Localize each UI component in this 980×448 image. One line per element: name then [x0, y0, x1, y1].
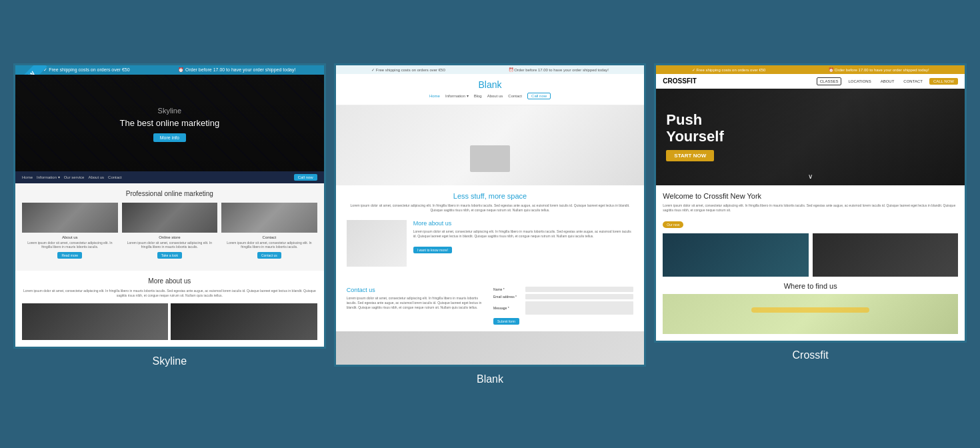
skyline-nav-cta[interactable]: Call now	[294, 174, 317, 181]
crossfit-topbar-left: ✓ Free shipping costs on orders over €50	[692, 67, 766, 72]
skyline-more-title: More about us	[22, 277, 317, 285]
crossfit-label: Crossfit	[793, 349, 829, 361]
blank-contact-text: Lorem ipsum dolor sit amet, consectetur …	[347, 296, 487, 310]
blank-label: Blank	[477, 373, 503, 385]
skyline-more-text: Lorem ipsum dolor sit amet, consectetur …	[22, 289, 317, 298]
blank-card[interactable]: ✓ Free shipping costs on orders over €50…	[334, 63, 647, 385]
crossfit-img-1	[663, 233, 808, 277]
skyline-section-title: Professional online marketing	[22, 190, 317, 197]
crossfit-preview: ✓ Free shipping costs on orders over €50…	[654, 63, 967, 343]
blank-more-btn[interactable]: I want to know more!	[413, 247, 452, 253]
crossfit-logo: CROSSFIT	[663, 77, 697, 85]
crossfit-nav-classes[interactable]: CLASSES	[817, 77, 842, 85]
crossfit-hero: Push Yourself START NOW ∨	[656, 89, 965, 185]
crossfit-welcome-title: Welcome to Crossfit New York	[663, 192, 958, 200]
skyline-card-3: Contact Lorem ipsum dolor sit amet, cons…	[221, 203, 317, 259]
blank-more-text: Lorem ipsum dolor sit amet, consectetur …	[413, 229, 634, 239]
crossfit-nav: CROSSFIT CLASSES LOCATIONS ABOUT CONTACT…	[656, 74, 965, 89]
skyline-card-img-2	[122, 203, 218, 233]
blank-form-name-row: Name *	[493, 287, 633, 292]
blank-email-label: Email address *	[493, 295, 523, 299]
crossfit-nav-locations[interactable]: LOCATIONS	[845, 78, 873, 85]
blank-contact-left: Contact us Lorem ipsum dolor sit amet, c…	[347, 287, 487, 325]
blank-nav: Home Information ▾ Blog About us Contact…	[341, 93, 639, 99]
skyline-nav-home[interactable]: Home	[22, 175, 33, 179]
skyline-nav-contact[interactable]: Contact	[108, 175, 122, 179]
crossfit-nav-cta[interactable]: CALL NOW	[929, 78, 958, 85]
skyline-contact-btn[interactable]: Contact us	[257, 252, 281, 259]
crossfit-hero-btn[interactable]: START NOW	[666, 150, 714, 161]
blank-more-title: More about us	[413, 220, 634, 227]
blank-section-text: Lorem ipsum dolor sit amet, consectetur …	[347, 203, 634, 213]
skyline-label: Skyline	[153, 355, 187, 367]
blank-top-bar: ✓ Free shipping costs on orders over €50…	[336, 65, 645, 74]
blank-section-title: Less stuff, more space	[347, 192, 634, 200]
skyline-more-info-btn[interactable]: More info	[153, 133, 186, 142]
skyline-cards: About us Lorem ipsum dolor sit amet, con…	[22, 203, 317, 259]
skyline-logo: Skyline	[155, 103, 185, 118]
skyline-card-title-3: Contact	[263, 235, 277, 239]
blank-nav-home[interactable]: Home	[429, 94, 440, 98]
blank-logo: Blank	[341, 79, 639, 90]
blank-header: Blank Home Information ▾ Blog About us C…	[336, 74, 645, 105]
skyline-card-img-3	[221, 203, 317, 233]
blank-contact-form: Name * Email address * Message * Submit …	[493, 287, 633, 325]
skyline-read-more-btn[interactable]: Read more	[57, 252, 82, 259]
skyline-topbar-left: ✓ Free shipping costs on orders over €50	[43, 67, 129, 73]
skyline-card[interactable]: ✓ Free shipping costs on orders over €50…	[13, 63, 326, 385]
skyline-card-title-2: Online store	[159, 235, 180, 239]
skyline-topbar-right: ⏰ Order before 17.00 to have your order …	[178, 67, 295, 73]
blank-contact-title: Contact us	[347, 287, 487, 293]
blank-nav-contact[interactable]: Contact	[508, 94, 522, 98]
blank-nav-info[interactable]: Information ▾	[445, 93, 469, 98]
skyline-card-1: About us Lorem ipsum dolor sit amet, con…	[22, 203, 118, 259]
skyline-preview: ✓ Free shipping costs on orders over €50…	[13, 63, 326, 349]
blank-submit-btn[interactable]: Submit form	[493, 318, 519, 325]
crossfit-nav-about[interactable]: ABOUT	[878, 78, 897, 85]
skyline-take-look-btn[interactable]: Take a look	[157, 252, 182, 259]
blank-name-label: Name *	[493, 287, 523, 291]
blank-name-input[interactable]	[525, 287, 633, 292]
crossfit-hero-title: Push Yourself	[666, 112, 723, 144]
crossfit-welcome-text: Lorem ipsum dolor sit amet, consectetur …	[663, 203, 958, 213]
skyline-top-bar: ✓ Free shipping costs on orders over €50…	[15, 65, 324, 75]
blank-email-input[interactable]	[525, 294, 633, 299]
blank-preview: ✓ Free shipping costs on orders over €50…	[334, 63, 647, 367]
blank-nav-blog[interactable]: Blog	[474, 94, 482, 98]
crossfit-hero-title-line2: Yourself	[666, 128, 723, 145]
skyline-card-text-2: Lorem ipsum dolor sit amet, consectetur …	[122, 241, 218, 249]
crossfit-nav-contact[interactable]: CONTACT	[901, 78, 925, 85]
crossfit-content: Welcome to Crossfit New York Lorem ipsum…	[656, 185, 965, 341]
skyline-bottom-img-2	[171, 303, 317, 340]
crossfit-hero-arrow: ∨	[808, 173, 813, 180]
templates-container: ✓ Free shipping costs on orders over €50…	[13, 63, 967, 385]
skyline-card-2: Online store Lorem ipsum dolor sit amet,…	[122, 203, 218, 259]
crossfit-img-2	[813, 233, 958, 277]
crossfit-where-title: Where to find us	[663, 282, 958, 290]
skyline-nav-service[interactable]: Our service	[64, 175, 85, 179]
crossfit-topbar-right: ⏰ Order before 17.00 to have your order …	[829, 67, 929, 72]
crossfit-card[interactable]: ✓ Free shipping costs on orders over €50…	[654, 63, 967, 385]
blank-message-textarea[interactable]	[525, 301, 633, 315]
blank-nav-cta[interactable]: Call now	[527, 93, 551, 99]
blank-hero-img	[336, 105, 645, 185]
skyline-card-text-1: Lorem ipsum dolor sit amet, consectetur …	[22, 241, 118, 249]
skyline-card-title-1: About us	[62, 235, 78, 239]
blank-bottom-img	[336, 331, 645, 365]
skyline-nav-about[interactable]: About us	[88, 175, 104, 179]
blank-topbar-left: ✓ Free shipping costs on orders over €50	[371, 67, 445, 72]
skyline-bottom-images	[22, 303, 317, 340]
blank-more-content: More about us Lorem ipsum dolor sit amet…	[413, 220, 634, 254]
blank-content: Less stuff, more space Lorem ipsum dolor…	[336, 185, 645, 280]
skyline-nav-info[interactable]: Information ▾	[37, 175, 60, 179]
skyline-hero: Skyline The best online marketing More i…	[15, 75, 324, 171]
crossfit-top-bar: ✓ Free shipping costs on orders over €50…	[656, 65, 965, 74]
skyline-content: Professional online marketing About us L…	[15, 183, 324, 271]
crossfit-hero-title-line1: Push	[666, 111, 702, 128]
skyline-card-img-1	[22, 203, 118, 233]
blank-form-email-row: Email address *	[493, 294, 633, 299]
blank-message-label: Message *	[493, 306, 523, 310]
crossfit-our-now-btn[interactable]: Our now	[663, 221, 683, 228]
blank-nav-about[interactable]: About us	[487, 94, 503, 98]
skyline-more-section: More about us Lorem ipsum dolor sit amet…	[15, 271, 324, 347]
